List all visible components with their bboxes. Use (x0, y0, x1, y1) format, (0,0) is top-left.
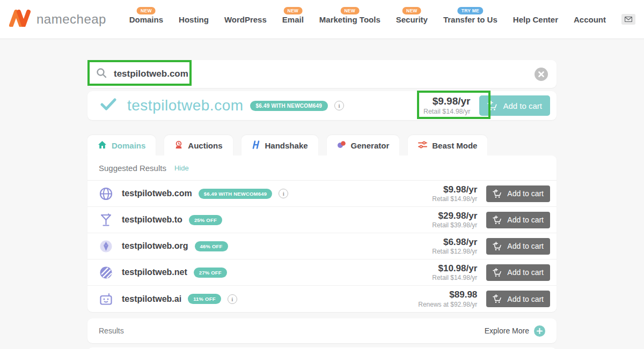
nav-item-account[interactable]: Account (574, 15, 606, 24)
price-block: $29.98/yr Retail $39.98/yr (432, 210, 477, 229)
tab-label: Generator (351, 141, 390, 150)
primary-search-result: testpilotweb.com $6.49 WITH NEWCOM649 i … (87, 91, 557, 120)
nav-item-domains[interactable]: NEW Domains (129, 15, 163, 24)
new-badge: NEW (283, 7, 302, 14)
price-block: $6.98/yr Retail $12.98/yr (432, 236, 477, 256)
add-to-cart-label: Add to cart (507, 189, 544, 198)
tab-handshake[interactable]: Handshake (241, 135, 318, 155)
tab-beast-mode[interactable]: Beast Mode (408, 135, 487, 155)
add-to-cart-button[interactable]: Add to cart (486, 291, 550, 307)
suggested-results-title: Suggested Results (99, 164, 166, 173)
result-domain-name: testpilotweb.com (127, 97, 244, 114)
nav-label: Hosting (179, 15, 209, 24)
explore-more-label: Explore More (485, 326, 529, 335)
price: $9.98/yr (432, 184, 477, 195)
namecheap-logo[interactable]: namecheap (9, 10, 106, 29)
add-to-cart-button[interactable]: Add to cart (486, 185, 550, 202)
row-domain: testpilotweb.org (122, 241, 188, 251)
tab-generator[interactable]: Generator (327, 135, 400, 155)
nav-item-hosting[interactable]: Hosting (179, 15, 209, 24)
available-check-icon (100, 98, 116, 113)
nav-label: Account (574, 15, 606, 24)
nav-label: Marketing Tools (319, 15, 380, 24)
suggestion-row: testpilotweb.net 27% OFF $10.98/yr Retai… (87, 259, 557, 286)
new-badge: NEW (402, 7, 421, 14)
price-block: $9.98/yr Retail $14.98/yr (432, 184, 477, 203)
nav-label: Email (282, 15, 304, 24)
add-to-cart-button[interactable]: Add to cart (486, 238, 550, 255)
retail-price: Retail $14.98/yr (432, 195, 477, 203)
try-me-badge: TRY ME (458, 7, 483, 14)
nav-label: Domains (129, 15, 163, 24)
nav-item-email[interactable]: NEW Email (282, 15, 304, 24)
promo-badge: $6.49 WITH NEWCOM649 (199, 189, 273, 199)
renewal-price: Renews at $92.98/yr (418, 301, 477, 309)
explore-more-button[interactable]: Explore More (485, 325, 545, 337)
add-to-cart-label: Add to cart (507, 216, 544, 224)
suggestion-row: testpilotweb.org 46% OFF $6.98/yr Retail… (87, 233, 557, 259)
suggested-results-panel: Suggested Results Hide testpilotweb.com … (87, 155, 557, 312)
top-navigation-bar: namecheap NEW Domains Hosting WordPress … (0, 0, 644, 39)
add-to-cart-button[interactable]: Add to cart (486, 212, 550, 228)
price: $29.98/yr (432, 210, 477, 221)
nav-item-wordpress[interactable]: WordPress (224, 15, 267, 24)
nav-label: Security (396, 15, 428, 24)
suggestion-row: testpilotweb.com $6.49 WITH NEWCOM649 i … (87, 181, 557, 207)
add-to-cart-button[interactable]: Add to cart (479, 95, 550, 116)
auction-icon (174, 140, 183, 151)
suggestion-row: testpilotweb.ai 11% OFF i $89.98 Renews … (87, 286, 557, 312)
namecheap-logo-icon (9, 10, 31, 29)
promo-badge: 27% OFF (194, 268, 227, 278)
nav-item-marketing-tools[interactable]: NEW Marketing Tools (319, 15, 380, 24)
info-icon[interactable]: i (228, 294, 237, 304)
result-tabs: Domains Auctions Handshake (87, 135, 557, 155)
price: $9.98/yr (423, 95, 471, 108)
tab-label: Auctions (188, 141, 222, 150)
row-domain: testpilotweb.to (122, 215, 182, 225)
tab-domains[interactable]: Domains (87, 135, 156, 155)
domain-search-bar[interactable]: testpilotweb.com (87, 60, 557, 88)
suggestion-row: testpilotweb.to 25% OFF $29.98/yr Retail… (87, 207, 557, 233)
row-domain: testpilotweb.ai (122, 294, 181, 304)
new-badge: NEW (340, 7, 359, 14)
info-icon[interactable]: i (279, 189, 288, 198)
tab-label: Handshake (265, 141, 308, 150)
nav-item-help-center[interactable]: Help Center (513, 15, 558, 24)
clear-search-icon[interactable] (535, 68, 548, 81)
retail-price: Retail $39.98/yr (432, 221, 477, 229)
promo-badge: $6.49 WITH NEWCOM649 (250, 101, 328, 111)
plus-icon (534, 325, 545, 337)
nav-label: Help Center (513, 15, 558, 24)
retail-price: Retail $14.98/yr (423, 108, 471, 116)
promo-badge: 25% OFF (189, 215, 222, 225)
home-icon (98, 140, 107, 151)
info-icon[interactable]: i (334, 101, 344, 110)
nav-item-transfer-to-us[interactable]: TRY ME Transfer to Us (443, 15, 497, 24)
add-to-cart-label: Add to cart (503, 101, 542, 110)
messages-envelope-icon[interactable] (621, 14, 635, 25)
row-domain: testpilotweb.com (122, 189, 192, 198)
handshake-icon (252, 140, 260, 151)
nav-item-security[interactable]: NEW Security (396, 15, 428, 24)
search-input[interactable]: testpilotweb.com (114, 69, 535, 79)
promo-badge: 11% OFF (188, 294, 221, 304)
generator-icon (337, 140, 346, 150)
new-badge: NEW (137, 7, 156, 14)
sliders-icon (418, 141, 427, 150)
main-nav: NEW Domains Hosting WordPress NEW Email … (129, 14, 635, 25)
dove-icon (99, 240, 113, 253)
results-section-header: Results Explore More (87, 318, 557, 343)
add-to-cart-button[interactable]: Add to cart (486, 264, 550, 281)
price-block: $9.98/yr Retail $14.98/yr (423, 95, 471, 116)
robot-icon (99, 293, 113, 306)
hide-link[interactable]: Hide (174, 164, 189, 172)
row-domain: testpilotweb.net (122, 268, 187, 277)
tab-label: Beast Mode (432, 141, 477, 150)
tab-auctions[interactable]: Auctions (164, 135, 232, 155)
search-icon (96, 68, 107, 80)
price: $10.98/yr (432, 263, 477, 274)
add-to-cart-label: Add to cart (507, 295, 544, 303)
price-block: $10.98/yr Retail $14.98/yr (432, 263, 477, 282)
retail-price: Retail $14.98/yr (432, 274, 477, 282)
nav-label: Transfer to Us (443, 15, 497, 24)
